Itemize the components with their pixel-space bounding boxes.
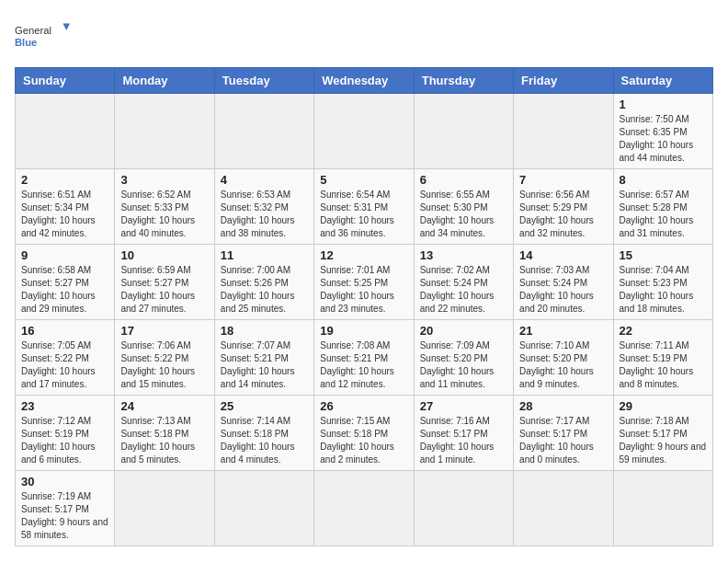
day-info: Sunrise: 7:12 AM Sunset: 5:19 PM Dayligh…: [21, 415, 108, 466]
calendar-cell: 21Sunrise: 7:10 AM Sunset: 5:20 PM Dayli…: [514, 320, 613, 396]
day-of-week-header: Friday: [514, 68, 613, 94]
day-number: 3: [120, 173, 208, 187]
day-info: Sunrise: 7:15 AM Sunset: 5:18 PM Dayligh…: [320, 415, 407, 466]
day-number: 16: [21, 324, 108, 338]
calendar-cell: 27Sunrise: 7:16 AM Sunset: 5:17 PM Dayli…: [414, 396, 513, 471]
calendar-cell: 14Sunrise: 7:03 AM Sunset: 5:24 PM Dayli…: [514, 245, 613, 320]
day-number: 27: [420, 399, 507, 413]
calendar-cell: 18Sunrise: 7:07 AM Sunset: 5:21 PM Dayli…: [214, 320, 313, 396]
calendar-cell: 11Sunrise: 7:00 AM Sunset: 5:26 PM Dayli…: [214, 245, 313, 320]
day-number: 24: [120, 399, 208, 413]
day-number: 23: [21, 399, 108, 413]
day-number: 18: [221, 324, 308, 338]
calendar-cell: 4Sunrise: 6:53 AM Sunset: 5:32 PM Daylig…: [214, 169, 313, 245]
day-info: Sunrise: 7:09 AM Sunset: 5:20 PM Dayligh…: [420, 339, 507, 391]
calendar-week-row: 2Sunrise: 6:51 AM Sunset: 5:34 PM Daylig…: [16, 169, 713, 245]
calendar-cell: 12Sunrise: 7:01 AM Sunset: 5:25 PM Dayli…: [314, 245, 414, 320]
day-number: 14: [519, 248, 607, 262]
svg-text:General: General: [15, 25, 51, 36]
day-info: Sunrise: 7:16 AM Sunset: 5:17 PM Dayligh…: [420, 415, 507, 466]
calendar-cell: [314, 94, 414, 169]
day-info: Sunrise: 7:10 AM Sunset: 5:20 PM Dayligh…: [519, 339, 607, 391]
day-info: Sunrise: 7:14 AM Sunset: 5:18 PM Dayligh…: [221, 415, 308, 466]
calendar-cell: [214, 94, 313, 169]
calendar-cell: [314, 471, 414, 546]
calendar-cell: 1Sunrise: 7:50 AM Sunset: 6:35 PM Daylig…: [613, 94, 712, 169]
day-number: 30: [21, 475, 108, 488]
day-info: Sunrise: 7:19 AM Sunset: 5:17 PM Dayligh…: [21, 490, 108, 542]
day-info: Sunrise: 7:17 AM Sunset: 5:17 PM Dayligh…: [519, 415, 607, 466]
calendar-cell: [115, 471, 214, 546]
day-number: 20: [420, 324, 507, 338]
day-info: Sunrise: 7:01 AM Sunset: 5:25 PM Dayligh…: [320, 264, 407, 316]
svg-text:Blue: Blue: [15, 37, 37, 48]
day-number: 19: [320, 324, 407, 338]
day-number: 25: [221, 399, 308, 413]
logo-svg: General Blue: [15, 15, 70, 56]
day-number: 6: [420, 173, 507, 187]
day-info: Sunrise: 7:04 AM Sunset: 5:23 PM Dayligh…: [620, 264, 707, 316]
day-number: 1: [620, 98, 707, 111]
day-info: Sunrise: 6:55 AM Sunset: 5:30 PM Dayligh…: [420, 189, 507, 240]
calendar-cell: 19Sunrise: 7:08 AM Sunset: 5:21 PM Dayli…: [314, 320, 414, 396]
calendar-cell: 22Sunrise: 7:11 AM Sunset: 5:19 PM Dayli…: [613, 320, 712, 396]
page-header: General Blue: [15, 15, 713, 56]
calendar-week-row: 9Sunrise: 6:58 AM Sunset: 5:27 PM Daylig…: [16, 245, 713, 320]
calendar-cell: 20Sunrise: 7:09 AM Sunset: 5:20 PM Dayli…: [414, 320, 513, 396]
calendar-cell: 30Sunrise: 7:19 AM Sunset: 5:17 PM Dayli…: [16, 471, 115, 546]
calendar-cell: 23Sunrise: 7:12 AM Sunset: 5:19 PM Dayli…: [16, 396, 115, 471]
day-of-week-header: Wednesday: [314, 68, 414, 94]
calendar-cell: 28Sunrise: 7:17 AM Sunset: 5:17 PM Dayli…: [514, 396, 613, 471]
calendar-cell: 16Sunrise: 7:05 AM Sunset: 5:22 PM Dayli…: [16, 320, 115, 396]
day-info: Sunrise: 7:00 AM Sunset: 5:26 PM Dayligh…: [221, 264, 308, 316]
calendar-cell: [16, 94, 115, 169]
day-number: 22: [620, 324, 707, 338]
calendar-cell: 25Sunrise: 7:14 AM Sunset: 5:18 PM Dayli…: [214, 396, 313, 471]
calendar-cell: [214, 471, 313, 546]
calendar-cell: 17Sunrise: 7:06 AM Sunset: 5:22 PM Dayli…: [115, 320, 214, 396]
day-number: 7: [519, 173, 607, 187]
calendar-cell: 10Sunrise: 6:59 AM Sunset: 5:27 PM Dayli…: [115, 245, 214, 320]
day-info: Sunrise: 7:18 AM Sunset: 5:17 PM Dayligh…: [620, 415, 707, 466]
calendar-cell: 29Sunrise: 7:18 AM Sunset: 5:17 PM Dayli…: [613, 396, 712, 471]
day-number: 28: [519, 399, 607, 413]
calendar-cell: [414, 471, 513, 546]
calendar-cell: 24Sunrise: 7:13 AM Sunset: 5:18 PM Dayli…: [115, 396, 214, 471]
logo: General Blue: [15, 15, 70, 56]
calendar-week-row: 16Sunrise: 7:05 AM Sunset: 5:22 PM Dayli…: [16, 320, 713, 396]
day-number: 2: [21, 173, 108, 187]
calendar-cell: 7Sunrise: 6:56 AM Sunset: 5:29 PM Daylig…: [514, 169, 613, 245]
day-info: Sunrise: 7:07 AM Sunset: 5:21 PM Dayligh…: [221, 339, 308, 391]
calendar-cell: 3Sunrise: 6:52 AM Sunset: 5:33 PM Daylig…: [115, 169, 214, 245]
day-of-week-header: Monday: [115, 68, 214, 94]
day-number: 26: [320, 399, 407, 413]
day-info: Sunrise: 6:57 AM Sunset: 5:28 PM Dayligh…: [620, 189, 707, 240]
day-info: Sunrise: 6:56 AM Sunset: 5:29 PM Dayligh…: [519, 189, 607, 240]
day-info: Sunrise: 6:51 AM Sunset: 5:34 PM Dayligh…: [21, 189, 108, 240]
day-of-week-header: Thursday: [414, 68, 513, 94]
day-number: 11: [221, 248, 308, 262]
day-number: 29: [620, 399, 707, 413]
day-of-week-header: Sunday: [16, 68, 115, 94]
calendar-week-row: 23Sunrise: 7:12 AM Sunset: 5:19 PM Dayli…: [16, 396, 713, 471]
day-number: 15: [620, 248, 707, 262]
day-number: 21: [519, 324, 607, 338]
day-info: Sunrise: 6:59 AM Sunset: 5:27 PM Dayligh…: [120, 264, 208, 316]
calendar-cell: 5Sunrise: 6:54 AM Sunset: 5:31 PM Daylig…: [314, 169, 414, 245]
calendar-cell: 6Sunrise: 6:55 AM Sunset: 5:30 PM Daylig…: [414, 169, 513, 245]
calendar-cell: [414, 94, 513, 169]
day-number: 13: [420, 248, 507, 262]
day-info: Sunrise: 6:52 AM Sunset: 5:33 PM Dayligh…: [120, 189, 208, 240]
calendar-cell: 2Sunrise: 6:51 AM Sunset: 5:34 PM Daylig…: [16, 169, 115, 245]
calendar-cell: 13Sunrise: 7:02 AM Sunset: 5:24 PM Dayli…: [414, 245, 513, 320]
day-number: 12: [320, 248, 407, 262]
day-info: Sunrise: 7:03 AM Sunset: 5:24 PM Dayligh…: [519, 264, 607, 316]
day-info: Sunrise: 7:02 AM Sunset: 5:24 PM Dayligh…: [420, 264, 507, 316]
day-number: 4: [221, 173, 308, 187]
calendar-cell: 15Sunrise: 7:04 AM Sunset: 5:23 PM Dayli…: [613, 245, 712, 320]
calendar-table: SundayMondayTuesdayWednesdayThursdayFrid…: [15, 67, 713, 546]
calendar-cell: 9Sunrise: 6:58 AM Sunset: 5:27 PM Daylig…: [16, 245, 115, 320]
calendar-cell: 8Sunrise: 6:57 AM Sunset: 5:28 PM Daylig…: [613, 169, 712, 245]
calendar-cell: [613, 471, 712, 546]
day-number: 9: [21, 248, 108, 262]
